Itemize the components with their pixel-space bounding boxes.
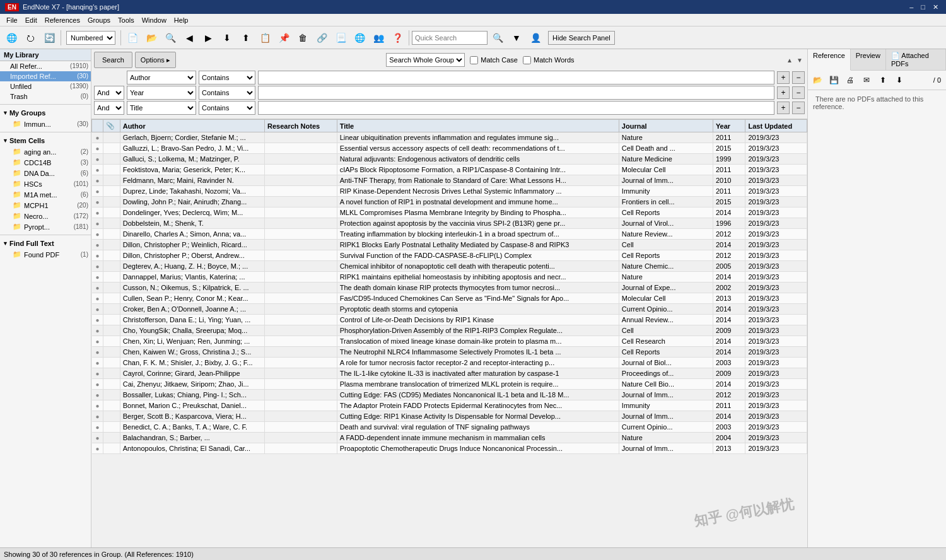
table-row[interactable]: ● Galluzzi, L.; Bravo-San Pedro, J. M.; … — [92, 143, 807, 154]
stem-cells-header[interactable]: ▼ Stem Cells — [0, 135, 91, 146]
search-add-row-3[interactable]: + — [777, 102, 790, 114]
col-header-updated[interactable]: Last Updated — [745, 120, 807, 132]
col-header-journal[interactable]: Journal — [619, 120, 713, 132]
toolbar-paste[interactable]: 📌 — [275, 29, 293, 47]
menu-file[interactable]: File — [3, 16, 21, 24]
table-row[interactable]: ● Bonnet, Marion C.; Preukschat, Daniel.… — [92, 400, 807, 411]
table-row[interactable]: ● Feoktistova, Maria; Geserick, Peter; K… — [92, 165, 807, 175]
group-immunity[interactable]: 📁 Immun... (30) — [0, 119, 91, 129]
group-mcph1[interactable]: 📁 MCPH1 (20) — [0, 200, 91, 211]
search-add-row-1[interactable]: + — [777, 71, 790, 84]
table-row[interactable]: ● Chen, Kaiwen W.; Gross, Christina J.; … — [92, 347, 807, 358]
hide-search-panel-button[interactable]: Hide Search Panel — [548, 31, 615, 45]
table-row[interactable]: ● Chan, F. K. M.; Shisler, J.; Bixby, J.… — [92, 358, 807, 368]
col-header-title[interactable]: Title — [337, 120, 619, 132]
toolbar-link[interactable]: 🔗 — [313, 29, 330, 47]
my-groups-header[interactable]: ▼ My Groups — [0, 107, 91, 119]
search-field-2[interactable]: YearAuthorTitle — [127, 86, 196, 100]
group-dna[interactable]: 📁 DNA Da... (6) — [0, 168, 91, 178]
search-value-2[interactable] — [258, 86, 774, 100]
tab-attached-pdfs[interactable]: 📄 Attached PDFs — [886, 49, 946, 70]
toolbar-back-btn[interactable]: 🌐 — [3, 29, 20, 47]
table-row[interactable]: ● Croker, Ben A.; O'Donnell, Joanne A.; … — [92, 304, 807, 315]
group-cdc14b[interactable]: 📁 CDC14B (3) — [0, 157, 91, 168]
group-m1a[interactable]: 📁 M1A met... (6) — [0, 189, 91, 200]
tab-reference[interactable]: Reference — [808, 49, 851, 71]
col-header-attach[interactable]: 📎 — [103, 120, 120, 132]
search-connector-3[interactable]: AndOrNot — [94, 101, 124, 115]
match-case-checkbox[interactable] — [470, 56, 478, 64]
menu-groups[interactable]: Groups — [84, 16, 114, 24]
col-header-author[interactable]: Author — [120, 120, 264, 132]
toolbar-btn3[interactable]: 🔄 — [40, 29, 58, 47]
table-row[interactable]: ● Cullen, Sean P.; Henry, Conor M.; Kear… — [92, 293, 807, 304]
toolbar-delete[interactable]: 🗑 — [294, 29, 312, 47]
table-row[interactable]: ● Gerlach, Bjoern; Cordier, Stefanie M.;… — [92, 132, 807, 143]
search-op-3[interactable]: ContainsIs — [199, 101, 255, 115]
library-imported-references[interactable]: Imported Ref...(30) — [0, 71, 91, 81]
table-row[interactable]: ● Feldmann, Marc; Maini, Ravinder N. Ant… — [92, 175, 807, 186]
table-row[interactable]: ● Dobbelstein, M.; Shenk, T. Protection … — [92, 218, 807, 229]
search-connector-2[interactable]: AndOrNot — [94, 86, 124, 100]
pdf-email-btn[interactable]: ✉ — [860, 73, 873, 87]
search-op-1[interactable]: ContainsIsBegins with — [199, 71, 255, 85]
group-pyropt[interactable]: 📁 Pyropt... (181) — [0, 221, 91, 232]
table-row[interactable]: ● Dannappel, Marius; Vlantis, Katerina; … — [92, 272, 807, 283]
search-value-1[interactable] — [258, 71, 774, 85]
search-op-2[interactable]: ContainsIs — [199, 86, 255, 100]
toolbar-next[interactable]: ▶ — [199, 29, 217, 47]
search-remove-row-1[interactable]: − — [792, 71, 805, 84]
toolbar-search[interactable]: 🔍 — [161, 29, 179, 47]
options-button[interactable]: Options ▸ — [135, 52, 176, 68]
pdf-open-btn[interactable]: 📂 — [810, 73, 824, 87]
table-row[interactable]: ● Balachandran, S.; Barber, ... A FADD-d… — [92, 433, 807, 443]
library-all-references[interactable]: All Refer...(1910) — [0, 61, 91, 71]
search-button[interactable]: Search — [94, 52, 132, 68]
table-row[interactable]: ● Dinarello, Charles A.; Simon, Anna; va… — [92, 229, 807, 240]
toolbar-copy[interactable]: 📋 — [256, 29, 274, 47]
reference-table-container[interactable]: 📎 Author Research Notes Title Journal Ye… — [91, 119, 807, 547]
scroll-up-arrow[interactable]: ▲ — [785, 55, 795, 65]
table-row[interactable]: ● Dowling, John P.; Nair, Anirudh; Zhang… — [92, 197, 807, 207]
table-row[interactable]: ● Christofferson, Dana E.; Li, Ying; Yua… — [92, 315, 807, 325]
search-remove-row-3[interactable]: − — [792, 102, 805, 114]
quick-search-input[interactable] — [412, 31, 488, 45]
table-row[interactable]: ● Cho, YoungSik; Challa, Sreerupa; Moq..… — [92, 325, 807, 336]
group-necro[interactable]: 📁 Necro... (172) — [0, 211, 91, 221]
minimize-button[interactable]: – — [907, 3, 916, 11]
table-row[interactable]: ● Galluci, S.; Lolkema, M.; Matzinger, P… — [92, 154, 807, 165]
style-select[interactable]: Numbered — [66, 31, 115, 45]
col-header-icon[interactable] — [92, 120, 103, 132]
menu-window[interactable]: Window — [138, 16, 170, 24]
table-row[interactable]: ● Cusson, N.; Oikemus, S.; Kilpatrick, E… — [92, 283, 807, 293]
toolbar-help[interactable]: ❓ — [388, 29, 406, 47]
group-found-pdf[interactable]: 📁 Found PDF (1) — [0, 249, 91, 260]
toolbar-pdf[interactable]: 📃 — [332, 29, 349, 47]
table-row[interactable]: ● Duprez, Linde; Takahashi, Nozomi; Va..… — [92, 186, 807, 197]
group-aging[interactable]: 📁 aging an... (2) — [0, 146, 91, 157]
pdf-down-btn[interactable]: ⬇ — [892, 73, 906, 87]
scroll-down-arrow[interactable]: ▼ — [795, 55, 805, 65]
pdf-up-btn[interactable]: ⬆ — [876, 73, 890, 87]
search-remove-row-2[interactable]: − — [792, 86, 805, 99]
pdf-print-btn[interactable]: 🖨 — [843, 73, 857, 87]
close-button[interactable]: ✕ — [930, 3, 941, 11]
library-unfiled[interactable]: Unfiled(1390) — [0, 81, 91, 91]
library-trash[interactable]: Trash(0) — [0, 91, 91, 102]
tab-preview[interactable]: Preview — [851, 49, 886, 70]
table-row[interactable]: ● Bossaller, Lukas; Chiang, Ping- I.; Sc… — [92, 390, 807, 400]
search-value-3[interactable] — [258, 101, 774, 115]
menu-help[interactable]: Help — [170, 16, 192, 24]
search-add-row-2[interactable]: + — [777, 86, 790, 99]
menu-references[interactable]: References — [41, 16, 84, 24]
toolbar-online[interactable]: 🌐 — [351, 29, 368, 47]
toolbar-btn2[interactable]: ⭮ — [21, 29, 39, 47]
table-row[interactable]: ● Dondelinger, Yves; Declercq, Wim; M...… — [92, 207, 807, 218]
search-field-1[interactable]: AuthorYearTitle — [127, 71, 196, 85]
toolbar-import[interactable]: ⬇ — [218, 29, 236, 47]
table-row[interactable]: ● Chen, Xin; Li, Wenjuan; Ren, Junming; … — [92, 336, 807, 347]
table-row[interactable]: ● Dillon, Christopher P.; Oberst, Andrew… — [92, 250, 807, 261]
sync-btn[interactable]: 👤 — [527, 29, 544, 47]
table-row[interactable]: ● Antonopoulos, Christina; El Sanadi, Ca… — [92, 443, 807, 454]
match-words-checkbox[interactable] — [523, 56, 531, 64]
